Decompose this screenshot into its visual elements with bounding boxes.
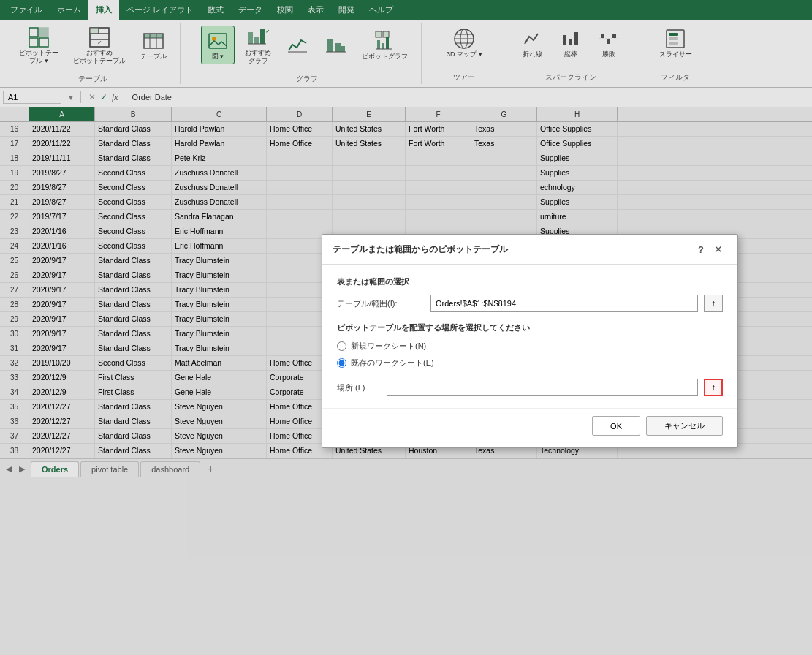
dialog-footer: OK キャンセル <box>322 408 737 447</box>
dialog-radio-existing[interactable]: 既存のワークシート(E) <box>337 357 723 368</box>
dialog-ok-button[interactable]: OK <box>592 416 640 436</box>
radio-existing-sheet[interactable] <box>337 358 346 368</box>
dialog-section1-label: 表または範囲の選択 <box>337 276 723 287</box>
dialog-cancel-button[interactable]: キャンセル <box>646 416 723 436</box>
dialog-section2-label: ピボットテーブルを配置する場所を選択してください <box>337 322 723 333</box>
dialog-title-text: テーブルまたは範囲からのピボットテーブル <box>333 243 508 256</box>
dialog-title-bar: テーブルまたは範囲からのピボットテーブル ? ✕ <box>322 235 737 265</box>
pivot-table-dialog: テーブルまたは範囲からのピボットテーブル ? ✕ 表または範囲の選択 テーブル/… <box>322 234 738 448</box>
dialog-location-btn[interactable]: ↑ <box>704 379 723 396</box>
dialog-table-range-input[interactable] <box>430 295 698 312</box>
dialog-table-range-field: テーブル/範囲(I): ↑ <box>337 295 723 312</box>
dialog-radio-newsheet[interactable]: 新規ワークシート(N) <box>337 341 723 352</box>
dialog-location-row: 場所:(L) ↑ <box>337 379 723 396</box>
dialog-body: 表または範囲の選択 テーブル/範囲(I): ↑ ピボットテーブルを配置する場所を… <box>322 265 737 408</box>
radio-new-sheet[interactable] <box>337 341 346 351</box>
dialog-table-range-btn[interactable]: ↑ <box>704 295 723 312</box>
dialog-location-input[interactable] <box>387 379 698 396</box>
radio-existing-sheet-label: 既存のワークシート(E) <box>351 357 434 368</box>
radio-new-sheet-label: 新規ワークシート(N) <box>351 341 426 352</box>
dialog-close-button[interactable]: ✕ <box>710 242 727 257</box>
dialog-help-icon[interactable]: ? <box>698 244 704 255</box>
dialog-overlay: テーブルまたは範囲からのピボットテーブル ? ✕ 表または範囲の選択 テーブル/… <box>0 0 812 655</box>
dialog-radio-group: 新規ワークシート(N) 既存のワークシート(E) <box>337 341 723 368</box>
dialog-table-range-label: テーブル/範囲(I): <box>337 298 425 309</box>
dialog-location-label: 場所:(L) <box>337 382 381 393</box>
